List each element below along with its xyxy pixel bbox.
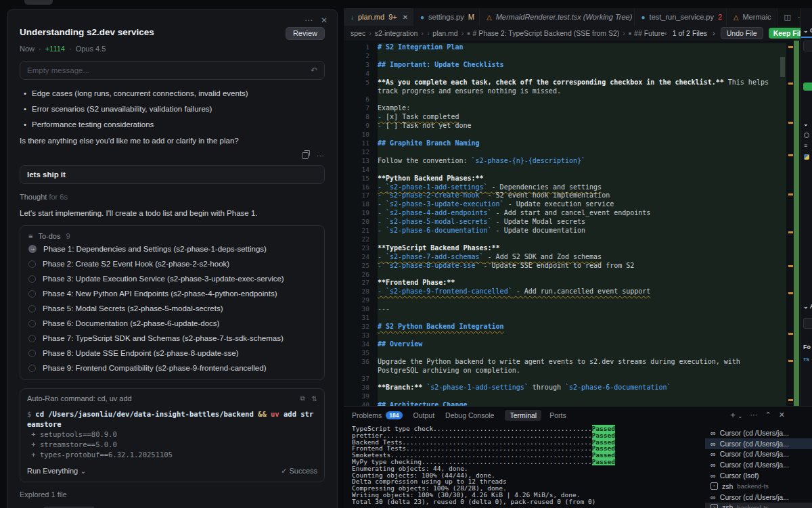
explored-files-toggle[interactable]: Explored 1 file — [20, 490, 325, 499]
panel-close-icon[interactable]: ✕ — [779, 411, 785, 419]
editor-line: 5**As you complete each task, check off … — [344, 78, 786, 96]
line-content: - [ ] Task not yet done — [378, 122, 786, 131]
panel-tab-terminal[interactable]: Terminal — [505, 410, 541, 421]
todo-item[interactable]: Phase 7: TypeScript SDK and Schemas (s2-… — [20, 331, 324, 346]
line-number: 23 — [344, 244, 378, 253]
clipped-right-panel: ⌄ C ⌄ ≡ ⌄ A Fo TS — [800, 8, 812, 406]
editor-scrollbar[interactable] — [780, 57, 785, 77]
todo-item[interactable]: Phase 4: New Python API Endpoints (s2-ph… — [20, 286, 324, 301]
terminal-session[interactable]: ∞Cursor (cd /Users/ja... — [705, 449, 812, 460]
line-number: 31 — [344, 314, 378, 323]
todo-item[interactable]: Phase 9: Frontend Compatibility (s2-phas… — [20, 361, 324, 375]
editor-tab-plan-md[interactable]: ↓plan.md9+✕ — [344, 8, 413, 26]
line-number: 15 — [344, 175, 378, 183]
copy-icon[interactable] — [302, 152, 309, 159]
line-number: 19 — [344, 209, 378, 218]
pending-circle-icon — [28, 260, 36, 268]
prev-file-arrow[interactable]: ‹ — [664, 29, 667, 37]
thought-duration[interactable]: Thought for 6s — [20, 193, 325, 201]
next-file-arrow[interactable]: › — [713, 29, 715, 37]
line-number: 7 — [344, 104, 378, 113]
bottom-panel: Problems184OutputDebug ConsoleTerminalPo… — [344, 406, 812, 508]
panel-tab-debug-console[interactable]: Debug Console — [445, 411, 494, 419]
terminal-session[interactable]: ∞Cursor (cd /Users/ja... — [705, 438, 812, 449]
editor-line: 22 — [344, 235, 786, 244]
breadcrumb-separator: › — [461, 29, 464, 37]
gear-icon[interactable] — [804, 133, 809, 138]
todo-item[interactable]: Phase 2: Create S2 Event Hook (s2-phase-… — [20, 256, 324, 271]
todo-item[interactable]: Phase 6: Documentation (s2-phase-6-updat… — [20, 316, 324, 331]
line-number: 27 — [344, 279, 378, 287]
assistant-bullet: Edge cases (long runs, concurrent connec… — [24, 89, 325, 97]
chat-message-input[interactable]: Empty message... ↶ — [20, 61, 325, 80]
todo-item[interactable]: Phase 8: Update SSE Endpoint (s2-phase-8… — [20, 346, 324, 361]
chat-more-icon[interactable]: ⋯ — [304, 16, 313, 25]
line-number: 18 — [344, 200, 378, 209]
editor-tab-mermaic[interactable]: △Mermaic — [727, 8, 777, 26]
syntax-segment: - `s2-phase-5-modal-secrets` — [378, 218, 492, 225]
editor-tab-mermaidrenderer-test-tsx-working-tree-[interactable]: △MermaidRenderer.test.tsx (Working Tree) — [480, 8, 635, 26]
editor-tab-test-run-service-py[interactable]: ●test_run_service.py2 — [635, 8, 727, 26]
split-editor-icon[interactable]: ◫ — [784, 13, 791, 22]
warning-ruler-mark — [788, 292, 793, 294]
line-number: 37 — [344, 375, 378, 384]
chat-close-icon[interactable]: ✕ — [321, 16, 328, 25]
breadcrumb-item[interactable]: spec — [351, 29, 365, 37]
review-button[interactable]: Review — [286, 27, 325, 40]
undo-file-button[interactable]: Undo File — [721, 27, 763, 39]
breadcrumb-item[interactable]: s2-integration — [375, 29, 418, 37]
check-icon: ✓ — [281, 467, 287, 475]
run-everything-dropdown[interactable]: Run Everything ⌄ — [27, 467, 87, 476]
user-message[interactable]: lets ship it — [20, 165, 325, 184]
clipped-section-header[interactable]: ⌄ A — [803, 303, 812, 310]
terminal-session[interactable]: ∞Cursor (lsof) — [705, 470, 812, 481]
terminal-session[interactable]: >zshbackend-ts — [705, 503, 812, 508]
new-terminal-button[interactable]: + ⌄ — [730, 410, 742, 420]
terminal-session[interactable]: ∞Cursor (cd /Users/ja... — [705, 459, 812, 470]
chat-time: Now — [20, 45, 35, 53]
cursor-agent-icon: ∞ — [710, 440, 716, 447]
assistant-bullet-list: Edge cases (long runs, concurrent connec… — [24, 89, 325, 129]
terminal-session[interactable]: ∞Cursor (cd /Users/ja... — [705, 492, 812, 503]
terminal-command: $cd /Users/jasonliu/dev/data-insight-bat… — [27, 409, 317, 430]
session-sublabel: backend-ts — [737, 482, 768, 490]
syntax-segment: - `s2-phase-4-add-endpoints` — [378, 209, 492, 216]
panel-tab-ports[interactable]: Ports — [549, 411, 566, 419]
terminal-session[interactable]: ∞Cursor (cd /Users/ja... — [705, 428, 812, 438]
clipped-green-button[interactable] — [803, 83, 812, 91]
clipped-section-chevron[interactable]: ⌄ — [803, 120, 809, 127]
line-number: 32 — [344, 323, 378, 331]
panel-maximize-icon[interactable]: ⌃ — [765, 411, 771, 419]
line-number: 17 — [344, 191, 378, 200]
panel-tab-problems[interactable]: Problems184 — [352, 411, 403, 419]
editor-tab-settings-py[interactable]: ●settings.pyM — [413, 8, 480, 26]
undo-icon[interactable]: ↶ — [311, 66, 317, 75]
breadcrumb-item[interactable]: ■# Phase 2: TypeScript Backend (SSE from… — [467, 29, 619, 37]
code-editor[interactable]: 1# S2 Integration Plan2 3## Important: U… — [344, 41, 801, 406]
terminal-session[interactable]: >zshbackend-ts — [705, 481, 812, 492]
list-icon[interactable]: ≡ — [804, 142, 807, 149]
syntax-segment: - `s2-phase-7-add-schemas` — [378, 253, 484, 260]
editor-line: 15**Python Backend Phases:** — [344, 175, 786, 183]
collapse-icon[interactable]: ⇅ — [312, 395, 317, 402]
todo-item[interactable]: Phase 3: Update Execution Service (s2-ph… — [20, 271, 324, 286]
tab-close-icon[interactable]: ✕ — [403, 14, 408, 21]
command-card-title: Auto-Ran command: cd, uv add — [27, 394, 132, 402]
panel-more-icon[interactable]: ⋯ — [750, 411, 758, 419]
open-terminal-icon[interactable]: ⧉ — [300, 394, 304, 402]
editor-line: 40## Architecture Change — [344, 401, 786, 406]
warning-ruler-mark — [788, 231, 793, 233]
panel-tab-output[interactable]: Output — [413, 411, 435, 419]
chat-input-placeholder: Empty message... — [27, 66, 311, 74]
zsh-terminal-icon: > — [710, 482, 718, 490]
line-content: **Python Backend Phases:** — [378, 175, 786, 183]
line-content: # S2 Integration Plan — [378, 43, 786, 52]
session-label: Cursor (cd /Users/ja... — [720, 440, 789, 448]
breadcrumb-item[interactable]: ↓plan.md — [427, 29, 458, 37]
breadcrumb-item[interactable]: ■## Future — [629, 29, 664, 37]
message-more-icon[interactable]: ⋯ — [317, 152, 325, 160]
todo-item[interactable]: Phase 5: Modal Secrets (s2-phase-5-modal… — [20, 301, 324, 316]
todo-item[interactable]: →Phase 1: Dependencies and Settings (s2-… — [20, 241, 324, 256]
editor-line: 21- `s2-phase-6-documentation` - Update … — [344, 227, 786, 235]
python-file-icon — [804, 154, 809, 160]
